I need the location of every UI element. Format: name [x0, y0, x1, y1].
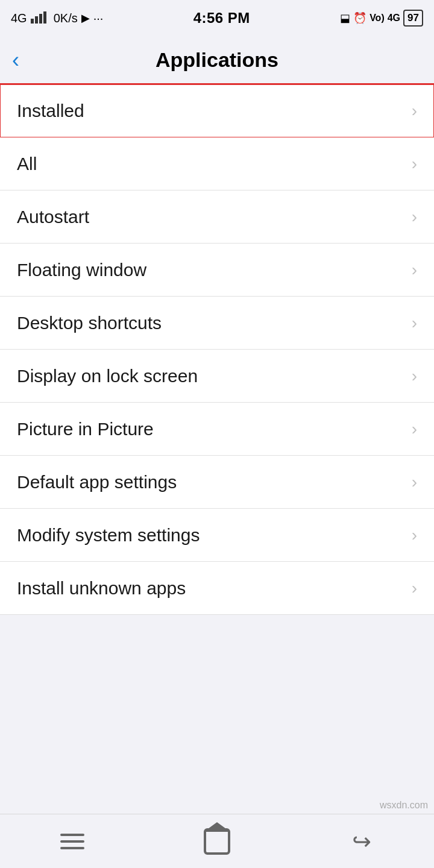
menu-item-all[interactable]: All› [0, 137, 434, 190]
4g-text: 4G [388, 13, 400, 24]
carrier-text: 4G [11, 11, 27, 25]
svg-rect-3 [43, 11, 46, 24]
status-bar: 4G 0K/s ▶ ··· 4:56 PM ⬓ ⏰ Vo) 4G 97 [0, 0, 434, 36]
chevron-icon-installed: › [412, 102, 417, 119]
chevron-icon-all: › [412, 156, 417, 172]
status-left: 4G 0K/s ▶ ··· [11, 10, 103, 27]
chevron-icon-picture-in-picture: › [412, 421, 417, 438]
menu-item-label-desktop-shortcuts: Desktop shortcuts [17, 313, 162, 333]
content-spacer [0, 714, 434, 814]
menu-item-label-installed: Installed [17, 101, 84, 121]
alarm-icon: ⏰ [353, 11, 366, 25]
menu-item-floating-window[interactable]: Floating window› [0, 244, 434, 297]
menu-item-installed[interactable]: Installed› [0, 84, 434, 137]
lte-text: Vo) [370, 13, 385, 24]
chevron-icon-default-app-settings: › [412, 474, 417, 491]
home-button[interactable] [193, 823, 241, 860]
page-title: Applications [156, 48, 278, 72]
menu-item-label-picture-in-picture: Picture in Picture [17, 419, 154, 439]
menu-item-picture-in-picture[interactable]: Picture in Picture› [0, 403, 434, 456]
chevron-icon-display-on-lock-screen: › [412, 368, 417, 385]
menu-item-modify-system-settings[interactable]: Modify system settings› [0, 509, 434, 562]
bluetooth-icon: ⬓ [340, 11, 350, 25]
speed-text: 0K/s [54, 11, 78, 25]
menu-item-label-install-unknown-apps: Install unknown apps [17, 578, 186, 599]
menu-item-label-default-app-settings: Default app settings [17, 472, 177, 492]
record-icon: ▶ [81, 11, 90, 25]
menu-list: Installed›All›Autostart›Floating window›… [0, 84, 434, 714]
menu-button[interactable] [48, 823, 96, 860]
svg-rect-1 [35, 16, 38, 24]
chevron-icon-modify-system-settings: › [412, 527, 417, 544]
menu-item-desktop-shortcuts[interactable]: Desktop shortcuts› [0, 297, 434, 350]
home-icon [204, 828, 230, 855]
chevron-icon-autostart: › [412, 209, 417, 225]
nav-bar: ‹ Applications [0, 36, 434, 84]
svg-rect-0 [31, 19, 34, 24]
dots-icon: ··· [93, 11, 104, 25]
back-arrow-icon: ↩ [352, 828, 371, 855]
menu-item-label-autostart: Autostart [17, 207, 89, 227]
menu-item-label-display-on-lock-screen: Display on lock screen [17, 366, 198, 386]
menu-item-label-all: All [17, 154, 37, 174]
svg-rect-2 [39, 14, 42, 24]
status-right: ⬓ ⏰ Vo) 4G 97 [340, 10, 423, 27]
menu-item-autostart[interactable]: Autostart› [0, 190, 434, 244]
menu-item-label-modify-system-settings: Modify system settings [17, 525, 200, 546]
menu-item-install-unknown-apps[interactable]: Install unknown apps› [0, 562, 434, 615]
menu-item-label-floating-window: Floating window [17, 260, 146, 280]
status-time: 4:56 PM [193, 10, 250, 27]
back-button[interactable]: ‹ [12, 48, 19, 73]
chevron-icon-floating-window: › [412, 262, 417, 278]
bottom-nav-bar: ↩ [0, 814, 434, 868]
menu-item-display-on-lock-screen[interactable]: Display on lock screen› [0, 350, 434, 403]
hamburger-icon [60, 834, 84, 849]
chevron-icon-desktop-shortcuts: › [412, 315, 417, 332]
menu-item-default-app-settings[interactable]: Default app settings› [0, 456, 434, 509]
back-nav-button[interactable]: ↩ [338, 823, 386, 860]
battery-indicator: 97 [403, 10, 423, 27]
signal-bars [31, 10, 50, 27]
chevron-icon-install-unknown-apps: › [412, 580, 417, 597]
